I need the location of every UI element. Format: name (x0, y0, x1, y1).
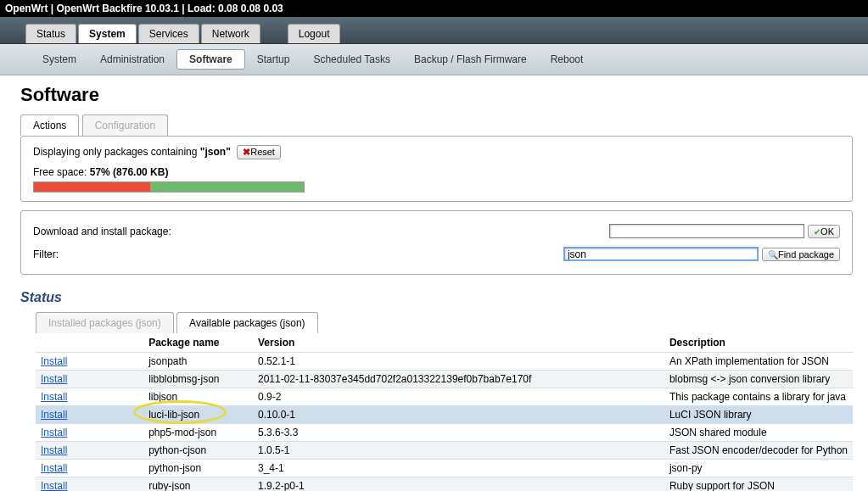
package-version: 1.0.5-1 (253, 442, 664, 460)
find-label: Find package (778, 249, 834, 259)
packages-table: Package name Version Description Install… (36, 333, 853, 491)
free-space-bar (33, 181, 305, 192)
package-name: libblobmsg-json (143, 371, 253, 388)
col-version: Version (253, 333, 664, 353)
progress-used (34, 182, 150, 192)
package-version: 3_4-1 (253, 460, 664, 477)
search-icon: 🔍 (768, 250, 778, 259)
top-header-bar: OpenWrt | OpenWrt Backfire 10.03.1 | Loa… (0, 0, 868, 17)
reset-label: Reset (250, 147, 275, 157)
free-space-size: (876.00 KB) (110, 166, 169, 178)
table-row: Installphp5-mod-json5.3.6-3.3JSON shared… (36, 424, 853, 442)
filter-input[interactable] (563, 247, 759, 261)
package-description: An XPath implementation for JSON (664, 353, 853, 371)
table-row: Installjsonpath0.52.1-1An XPath implemen… (36, 353, 853, 371)
ok-button[interactable]: ✔OK (808, 225, 840, 238)
table-row: Installlibblobmsg-json2011-02-11-83037e3… (36, 371, 853, 388)
table-row: Installruby-json1.9.2-p0-1Ruby support f… (36, 477, 853, 492)
filter-prefix: Displaying only packages containing (33, 146, 200, 158)
install-link[interactable]: Install (41, 427, 67, 438)
download-input[interactable] (609, 224, 804, 238)
sub-tab-administration[interactable]: Administration (88, 50, 176, 69)
package-name: libjson (143, 388, 253, 406)
reset-button[interactable]: ✖Reset (237, 145, 281, 159)
free-space-pct: 57% (90, 166, 110, 178)
status-heading: Status (20, 290, 853, 305)
free-space-text: Free space: 57% (876.00 KB) (33, 166, 840, 178)
package-description: LuCI JSON library (664, 406, 853, 424)
package-name: luci-lib-json (143, 406, 253, 424)
sub-tab-reboot[interactable]: Reboot (539, 50, 596, 69)
reset-icon: ✖ (243, 147, 250, 157)
col-description: Description (664, 333, 853, 353)
sub-tab-software[interactable]: Software (176, 49, 245, 70)
package-description: Ruby support for JSON (664, 477, 853, 492)
package-description: JSON shared module (664, 424, 853, 442)
package-name: python-json (143, 460, 253, 477)
install-link[interactable]: Install (41, 444, 67, 456)
package-description: Fast JSON encoder/decoder for Python (664, 442, 853, 460)
filter-panel: Displaying only packages containing "jso… (20, 136, 853, 202)
package-version: 0.9-2 (253, 388, 664, 406)
package-version: 1.9.2-p0-1 (253, 477, 664, 492)
install-link[interactable]: Install (41, 462, 67, 474)
install-link[interactable]: Install (41, 480, 67, 491)
page-title: Software (20, 84, 853, 106)
col-install (36, 333, 143, 353)
top-tab-services[interactable]: Services (138, 24, 199, 43)
install-link[interactable]: Install (41, 409, 67, 421)
tab-actions[interactable]: Actions (20, 114, 79, 136)
top-tab-system[interactable]: System (78, 24, 137, 43)
filter-label: Filter: (33, 248, 203, 260)
download-label: Download and install package: (33, 226, 203, 237)
filter-status-text: Displaying only packages containing "jso… (33, 145, 840, 159)
action-tabs: Actions Configuration (20, 114, 853, 136)
ok-label: OK (820, 226, 834, 237)
progress-free (150, 182, 304, 192)
table-row: Installpython-cjson1.0.5-1Fast JSON enco… (36, 442, 853, 460)
secondary-nav: SystemAdministrationSoftwareStartupSched… (0, 44, 868, 75)
sub-tab-system[interactable]: System (31, 50, 88, 69)
install-link[interactable]: Install (41, 355, 67, 367)
find-package-button[interactable]: 🔍Find package (762, 248, 840, 261)
package-name: ruby-json (143, 477, 253, 492)
table-row: Installpython-json3_4-1json-py (36, 460, 853, 477)
tab-installed-packages[interactable]: Installed packages (json) (36, 312, 174, 333)
col-package-name: Package name (143, 333, 253, 353)
package-name: jsonpath (143, 353, 253, 371)
ok-icon: ✔ (814, 227, 820, 237)
top-tab-logout[interactable]: Logout (288, 24, 341, 43)
package-version: 0.10.0-1 (253, 406, 664, 424)
sub-tab-startup[interactable]: Startup (245, 50, 302, 69)
sub-tab-backup-flash-firmware[interactable]: Backup / Flash Firmware (402, 50, 539, 69)
install-panel: Download and install package: ✔OK Filter… (20, 210, 853, 275)
table-row: Installluci-lib-json0.10.0-1LuCI JSON li… (36, 406, 853, 424)
tab-configuration[interactable]: Configuration (82, 114, 168, 136)
filter-term: "json" (200, 146, 231, 158)
install-link[interactable]: Install (41, 391, 67, 403)
package-version: 5.3.6-3.3 (253, 424, 664, 442)
sub-tab-scheduled-tasks[interactable]: Scheduled Tasks (301, 50, 402, 69)
tab-available-packages[interactable]: Available packages (json) (176, 312, 318, 333)
package-version: 0.52.1-1 (253, 353, 664, 371)
package-description: json-py (664, 460, 853, 477)
status-tabs: Installed packages (json) Available pack… (36, 312, 853, 333)
package-version: 2011-02-11-83037e345dd702f2a013322139ef0… (253, 371, 664, 388)
table-row: Installlibjson0.9-2This package contains… (36, 388, 853, 406)
package-description: blobmsg <-> json conversion library (664, 371, 853, 388)
package-name: python-cjson (143, 442, 253, 460)
free-space-label: Free space: (33, 166, 90, 178)
package-name: php5-mod-json (143, 424, 253, 442)
primary-nav: StatusSystemServicesNetworkLogout (0, 17, 868, 44)
top-tab-status[interactable]: Status (25, 24, 76, 43)
top-tab-network[interactable]: Network (201, 24, 260, 43)
install-link[interactable]: Install (41, 373, 67, 385)
package-description: This package contains a library for java (664, 388, 853, 406)
